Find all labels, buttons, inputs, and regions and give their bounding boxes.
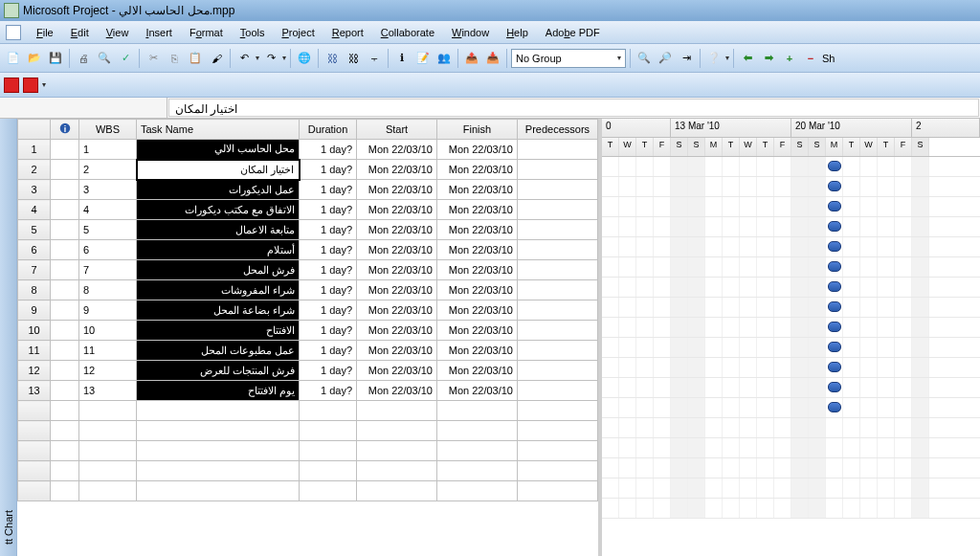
gantt-row[interactable]	[602, 418, 980, 438]
cell-empty[interactable]	[300, 441, 357, 461]
cell-wbs[interactable]: 5	[79, 220, 137, 240]
nav-right-button[interactable]: ➡	[759, 49, 778, 68]
cell-finish[interactable]: Mon 22/03/10	[437, 200, 518, 220]
cell-start[interactable]: Mon 22/03/10	[357, 381, 437, 401]
cell-empty[interactable]	[51, 421, 79, 441]
cell-duration[interactable]: 1 day?	[300, 381, 357, 401]
doc-icon[interactable]	[6, 25, 21, 40]
view-bar[interactable]: tt Chart	[0, 119, 17, 556]
new-button[interactable]: 📄	[4, 49, 23, 68]
pdf-email-icon[interactable]	[23, 78, 38, 93]
task-notes-button[interactable]: 📝	[413, 49, 433, 68]
cell-empty[interactable]	[518, 481, 598, 501]
cell-duration[interactable]: 1 day?	[300, 341, 357, 361]
gantt-chart[interactable]: 0 13 Mar '10 20 Mar '10 2 TWTFSSMTWTFSSM…	[602, 119, 980, 556]
gantt-day-header[interactable]: T	[636, 138, 654, 156]
cell-start[interactable]: Mon 22/03/10	[357, 220, 437, 240]
cell-duration[interactable]: 1 day?	[300, 200, 357, 220]
goto-task-button[interactable]: ⇥	[677, 49, 696, 68]
cell-info[interactable]	[51, 220, 79, 240]
gantt-bar[interactable]	[828, 322, 841, 332]
menu-report[interactable]: Report	[324, 24, 371, 41]
cell-empty[interactable]	[137, 421, 300, 441]
task-row[interactable]	[18, 441, 598, 461]
cell-empty[interactable]	[437, 461, 518, 481]
redo-dropdown[interactable]: ▾	[282, 54, 286, 62]
cell-predecessors[interactable]	[518, 280, 598, 300]
task-row[interactable]: 1111عمل مطبوعات المحل1 day?Mon 22/03/10M…	[18, 341, 598, 361]
gantt-row[interactable]	[602, 177, 980, 197]
cell-task-name[interactable]: شراء المفروشات	[137, 280, 300, 300]
menu-adobe[interactable]: Adobe PDF	[538, 24, 608, 41]
gantt-bar[interactable]	[828, 241, 841, 252]
cell-info[interactable]	[51, 200, 79, 220]
task-row[interactable]: 11محل الحاسب الالي1 day?Mon 22/03/10Mon …	[18, 140, 598, 160]
unlink-tasks-button[interactable]: ⛓	[344, 49, 363, 68]
task-row[interactable]: 88شراء المفروشات1 day?Mon 22/03/10Mon 22…	[18, 280, 598, 300]
cell-info[interactable]	[51, 361, 79, 381]
cell-task-name[interactable]: فرش المنتجات للعرض	[137, 361, 300, 381]
gantt-day-header[interactable]: T	[723, 138, 740, 156]
cell-empty[interactable]	[437, 481, 518, 501]
menu-format[interactable]: Format	[182, 24, 231, 41]
row-header[interactable]: 13	[18, 381, 51, 401]
cell-start[interactable]: Mon 22/03/10	[357, 240, 437, 260]
cell-empty[interactable]	[51, 441, 79, 461]
cell-wbs[interactable]: 8	[79, 280, 137, 300]
row-header[interactable]: 5	[18, 220, 51, 240]
gantt-row[interactable]	[602, 298, 980, 318]
format-painter-button[interactable]: 🖌	[207, 49, 226, 68]
col-wbs[interactable]: WBS	[79, 120, 137, 140]
cell-empty[interactable]	[357, 441, 437, 461]
cell-task-name[interactable]: الافتتاح	[137, 321, 300, 341]
cell-finish[interactable]: Mon 22/03/10	[437, 361, 518, 381]
cell-empty[interactable]	[437, 441, 518, 461]
menu-tools[interactable]: Tools	[233, 24, 273, 41]
cell-finish[interactable]: Mon 22/03/10	[437, 220, 518, 240]
cell-info[interactable]	[51, 240, 79, 260]
cell-wbs[interactable]: 2	[79, 160, 137, 180]
cell-info[interactable]	[51, 341, 79, 361]
cell-info[interactable]	[51, 260, 79, 280]
task-row[interactable]: 1010الافتتاح1 day?Mon 22/03/10Mon 22/03/…	[18, 321, 598, 341]
add-button[interactable]: +	[780, 49, 799, 68]
cell-wbs[interactable]: 6	[79, 240, 137, 260]
cell-duration[interactable]: 1 day?	[300, 361, 357, 381]
cell-start[interactable]: Mon 22/03/10	[357, 280, 437, 300]
gantt-day-header[interactable]: M	[826, 138, 843, 156]
gantt-bar[interactable]	[828, 281, 841, 292]
cell-info[interactable]	[51, 280, 79, 300]
save-button[interactable]: 💾	[46, 49, 65, 68]
cell-empty[interactable]	[51, 481, 79, 501]
cell-wbs[interactable]: 12	[79, 361, 137, 381]
paste-button[interactable]: 📋	[186, 49, 205, 68]
gantt-day-header[interactable]: S	[688, 138, 705, 156]
task-row[interactable]: 99شراء بضاعة المحل1 day?Mon 22/03/10Mon …	[18, 300, 598, 321]
gantt-row[interactable]	[602, 398, 980, 418]
gantt-week-1[interactable]: 13 Mar '10	[671, 119, 791, 137]
cell-wbs[interactable]: 11	[79, 341, 137, 361]
cell-empty[interactable]	[79, 441, 137, 461]
col-start[interactable]: Start	[357, 120, 437, 140]
gantt-day-header[interactable]: T	[602, 138, 619, 156]
cell-duration[interactable]: 1 day?	[300, 260, 357, 280]
gantt-day-header[interactable]: W	[740, 138, 757, 156]
cell-predecessors[interactable]	[518, 341, 598, 361]
row-header[interactable]: 11	[18, 341, 51, 361]
row-header[interactable]	[18, 401, 51, 421]
task-row[interactable]	[18, 401, 598, 421]
cell-predecessors[interactable]	[518, 180, 598, 200]
gantt-day-header[interactable]: S	[809, 138, 826, 156]
task-row[interactable]	[18, 481, 598, 501]
help-button[interactable]: ❔	[704, 49, 724, 68]
gantt-bar[interactable]	[828, 181, 841, 191]
cell-predecessors[interactable]	[518, 160, 598, 180]
gantt-day-header[interactable]: F	[895, 138, 912, 156]
cut-button[interactable]: ✂	[144, 49, 163, 68]
row-header[interactable]: 6	[18, 240, 51, 260]
gantt-bar[interactable]	[828, 382, 841, 392]
print-button[interactable]: 🖨	[74, 49, 93, 68]
gantt-day-header[interactable]: S	[671, 138, 688, 156]
gantt-day-header[interactable]: M	[705, 138, 723, 156]
row-header[interactable]: 10	[18, 321, 51, 341]
